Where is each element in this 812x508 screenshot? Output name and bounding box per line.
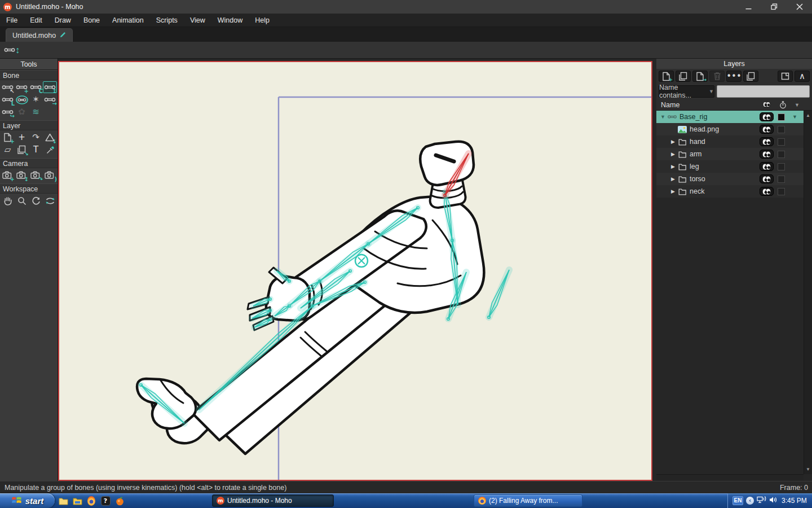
flexi-binding-tool[interactable]: ✿ [15, 106, 29, 118]
menu-scripts[interactable]: Scripts [150, 14, 184, 27]
menu-edit[interactable]: Edit [24, 14, 48, 27]
scroll-down-icon[interactable]: ▼ [806, 465, 810, 474]
moho-app-icon: m [3, 3, 12, 11]
select-bone-tool[interactable]: ↖ [1, 81, 15, 93]
layer-row-head-png[interactable]: head.png [656, 123, 804, 135]
text-tool-tool[interactable]: T [29, 144, 43, 156]
taskbar-task-2[interactable]: (2) Falling Away from... [474, 494, 582, 507]
expander-icon[interactable]: ▶ [669, 151, 677, 157]
layer-row-base-rig[interactable]: ▼Base_rig▼ [656, 111, 804, 123]
canvas[interactable] [58, 61, 652, 481]
expander-icon[interactable]: ▶ [669, 139, 677, 144]
visibility-toggle[interactable] [760, 150, 774, 159]
expander-icon[interactable]: ▶ [669, 189, 677, 194]
restore-button[interactable] [761, 0, 787, 14]
name-contains-dropdown[interactable]: Name contains... ▼ [659, 85, 714, 98]
scroll-up-icon[interactable]: ▲ [806, 111, 810, 120]
visibility-toggle[interactable] [760, 137, 774, 146]
eyedropper-tool[interactable] [43, 144, 57, 156]
menu-file[interactable]: File [0, 14, 24, 27]
layers-toolbar: +→•••∧ [656, 69, 812, 84]
visibility-toggle[interactable] [760, 112, 774, 121]
pan-workspace-tool[interactable] [1, 195, 15, 207]
layers-scrollbar[interactable]: ▲ ▼ [804, 111, 812, 474]
minimize-button[interactable] [736, 0, 761, 14]
layer-color-swatch[interactable] [778, 151, 785, 158]
expander-icon[interactable]: ▼ [659, 114, 667, 120]
reparent-bone-tool[interactable]: C [29, 81, 43, 93]
orbit-workspace-tool[interactable] [43, 195, 57, 207]
menu-animation[interactable]: Animation [106, 14, 150, 27]
scale-layer-tool[interactable]: ↓ [43, 132, 57, 143]
expander-icon[interactable]: ▶ [669, 164, 677, 169]
manipulate-bones-tool[interactable]: ✶ [29, 94, 43, 106]
header-dropdown-icon[interactable]: ▼ [795, 102, 800, 108]
layer-row-leg[interactable]: ▶leg [656, 160, 804, 173]
bone-dynamics-tool[interactable]: → [43, 94, 57, 106]
layers-column-header: Name ▼ [656, 99, 812, 111]
transform-layer-tool[interactable]: + [1, 132, 15, 143]
roll-camera-tool[interactable]: ↷ [29, 169, 43, 181]
bone-strength-tool[interactable] [15, 94, 29, 106]
fl-studio-icon[interactable] [114, 496, 125, 506]
tab-untitled-moho[interactable]: Untitled.moho [6, 28, 73, 42]
layer-search-input[interactable] [717, 85, 810, 98]
wind-force-tool[interactable]: ≋ [29, 106, 43, 118]
shear-layer-tool[interactable]: ▱ [1, 144, 15, 156]
folder-icon[interactable] [58, 496, 68, 506]
taskbar-task-1[interactable]: mUntitled.moho - Moho [212, 494, 334, 507]
add-bone-tool[interactable]: + [15, 81, 29, 93]
visibility-toggle[interactable] [760, 187, 774, 196]
menu-view[interactable]: View [184, 14, 211, 27]
rotate-layer-tool[interactable]: ↷ [29, 132, 43, 143]
current-tool-transform-bone-icon[interactable]: ↕ [4, 43, 20, 57]
delete-layer-button[interactable] [709, 71, 725, 82]
expander-icon[interactable]: ▶ [669, 176, 677, 182]
close-button[interactable] [787, 0, 812, 14]
menu-bone[interactable]: Bone [77, 14, 106, 27]
start-button[interactable]: start [0, 493, 55, 508]
menu-draw[interactable]: Draw [48, 14, 77, 27]
layer-row-arm[interactable]: ▶arm [656, 148, 804, 160]
stack-layer-tool[interactable]: ↘ [15, 144, 29, 156]
layer-menu-icon[interactable]: ▼ [792, 114, 797, 120]
bone-constraints-tool[interactable]: ↪ [1, 106, 15, 118]
new-group-button[interactable]: → [692, 71, 708, 82]
visibility-toggle[interactable] [760, 125, 774, 134]
layer-color-swatch[interactable] [778, 188, 785, 195]
add-layer-tool[interactable]: + [15, 132, 29, 143]
clip-studio-icon[interactable]: ? [100, 496, 111, 506]
zoom-camera-tool[interactable]: ↕ [15, 169, 29, 181]
collapse-panel-button[interactable]: ∧ [795, 71, 810, 82]
rotate-workspace-tool[interactable] [29, 195, 43, 207]
file-explorer-icon[interactable] [72, 496, 82, 506]
layer-color-swatch[interactable] [778, 176, 785, 183]
layer-row-torso[interactable]: ▶torso [656, 173, 804, 185]
new-layer-button[interactable]: + [659, 71, 674, 82]
more-options-button[interactable]: ••• [726, 71, 742, 82]
reference-window-button[interactable] [778, 71, 793, 82]
volume-icon[interactable] [769, 496, 778, 506]
visibility-toggle[interactable] [760, 174, 774, 183]
tray-collapse-icon[interactable]: ‹ [746, 497, 754, 505]
layer-color-swatch[interactable] [778, 113, 785, 121]
layer-row-hand[interactable]: ▶hand [656, 135, 804, 148]
duplicate-layer-button[interactable] [676, 71, 691, 82]
track-camera-tool[interactable]: + [1, 169, 15, 181]
layer-color-swatch[interactable] [778, 126, 785, 133]
layer-color-swatch[interactable] [778, 138, 785, 146]
menu-window[interactable]: Window [211, 14, 249, 27]
layer-row-neck[interactable]: ▶neck [656, 185, 804, 198]
firefox-icon[interactable] [86, 496, 96, 506]
network-icon[interactable] [757, 496, 766, 506]
language-indicator[interactable]: EN [732, 496, 743, 505]
transform-bone-tool[interactable]: ↕ [43, 81, 57, 93]
menu-help[interactable]: Help [249, 14, 276, 27]
zoom-workspace-tool[interactable] [15, 195, 29, 207]
title-bar: m Untitled.moho - Moho [0, 0, 812, 14]
copy-layer-button[interactable] [743, 71, 758, 82]
pan-tilt-camera-tool[interactable]: ) [43, 169, 57, 181]
visibility-toggle[interactable] [760, 162, 774, 171]
layer-color-swatch[interactable] [778, 163, 785, 170]
bone-locking-tool[interactable]: L [1, 94, 15, 106]
